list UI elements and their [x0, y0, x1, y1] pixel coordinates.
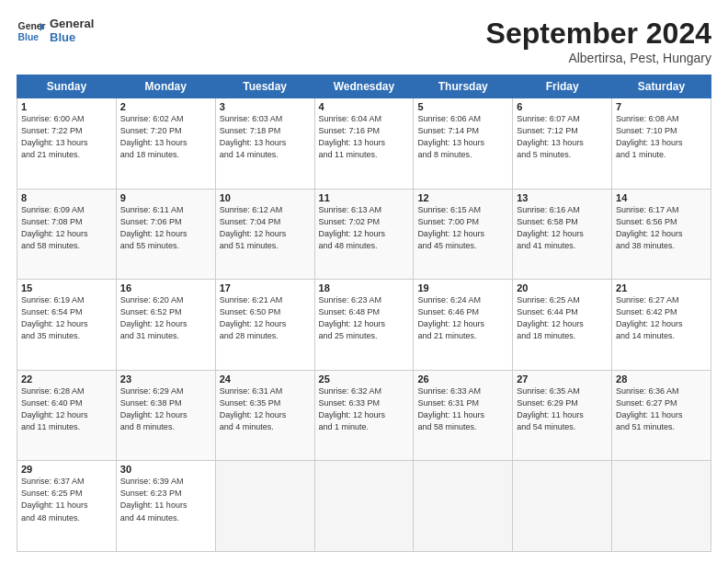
calendar-table: SundayMondayTuesdayWednesdayThursdayFrid… — [17, 75, 711, 552]
day-number: 2 — [120, 101, 211, 112]
day-info: Sunrise: 6:23 AM Sunset: 6:48 PM Dayligh… — [319, 295, 386, 340]
day-number: 20 — [517, 282, 608, 293]
day-info: Sunrise: 6:07 AM Sunset: 7:12 PM Dayligh… — [517, 114, 584, 159]
calendar-cell: 5Sunrise: 6:06 AM Sunset: 7:14 PM Daylig… — [414, 98, 513, 190]
day-number: 1 — [21, 101, 112, 112]
calendar-cell: 18Sunrise: 6:23 AM Sunset: 6:48 PM Dayli… — [314, 280, 414, 371]
day-info: Sunrise: 6:36 AM Sunset: 6:27 PM Dayligh… — [616, 386, 683, 431]
subtitle: Albertirsa, Pest, Hungary — [486, 51, 711, 65]
day-number: 16 — [120, 282, 211, 293]
day-info: Sunrise: 6:19 AM Sunset: 6:54 PM Dayligh… — [21, 295, 88, 340]
day-number: 29 — [21, 464, 112, 475]
calendar-week-3: 15Sunrise: 6:19 AM Sunset: 6:54 PM Dayli… — [17, 280, 711, 371]
day-number: 15 — [21, 282, 112, 293]
day-info: Sunrise: 6:32 AM Sunset: 6:33 PM Dayligh… — [319, 386, 386, 431]
day-info: Sunrise: 6:00 AM Sunset: 7:22 PM Dayligh… — [21, 114, 88, 159]
title-block: September 2024 Albertirsa, Pest, Hungary — [486, 17, 711, 65]
calendar-week-1: 1Sunrise: 6:00 AM Sunset: 7:22 PM Daylig… — [17, 98, 711, 190]
day-info: Sunrise: 6:04 AM Sunset: 7:16 PM Dayligh… — [319, 114, 386, 159]
day-number: 9 — [120, 192, 211, 203]
calendar-cell: 19Sunrise: 6:24 AM Sunset: 6:46 PM Dayli… — [414, 280, 513, 371]
calendar-cell: 2Sunrise: 6:02 AM Sunset: 7:20 PM Daylig… — [116, 98, 215, 190]
calendar-cell: 21Sunrise: 6:27 AM Sunset: 6:42 PM Dayli… — [612, 280, 711, 371]
calendar-cell: 15Sunrise: 6:19 AM Sunset: 6:54 PM Dayli… — [17, 280, 117, 371]
calendar-cell: 29Sunrise: 6:37 AM Sunset: 6:25 PM Dayli… — [17, 461, 117, 552]
day-number: 19 — [417, 282, 508, 293]
calendar-cell: 3Sunrise: 6:03 AM Sunset: 7:18 PM Daylig… — [215, 98, 314, 190]
day-number: 14 — [616, 192, 707, 203]
logo-icon: General Blue — [17, 17, 46, 46]
day-info: Sunrise: 6:25 AM Sunset: 6:44 PM Dayligh… — [517, 295, 584, 340]
logo-line1: General — [50, 17, 94, 31]
day-number: 21 — [616, 282, 707, 293]
header-day-tuesday: Tuesday — [215, 75, 314, 98]
header-day-saturday: Saturday — [612, 75, 711, 98]
header-day-monday: Monday — [116, 75, 215, 98]
day-info: Sunrise: 6:31 AM Sunset: 6:35 PM Dayligh… — [220, 386, 287, 431]
header-row: SundayMondayTuesdayWednesdayThursdayFrid… — [17, 75, 711, 98]
day-number: 5 — [417, 101, 508, 112]
calendar-cell: 6Sunrise: 6:07 AM Sunset: 7:12 PM Daylig… — [513, 98, 612, 190]
day-number: 25 — [319, 373, 410, 385]
day-info: Sunrise: 6:37 AM Sunset: 6:25 PM Dayligh… — [21, 477, 88, 522]
header: General Blue General Blue September 2024… — [17, 17, 711, 65]
day-number: 17 — [220, 282, 311, 293]
day-info: Sunrise: 6:15 AM Sunset: 7:00 PM Dayligh… — [417, 205, 484, 250]
header-day-friday: Friday — [513, 75, 612, 98]
header-day-thursday: Thursday — [414, 75, 513, 98]
day-info: Sunrise: 6:29 AM Sunset: 6:38 PM Dayligh… — [120, 386, 188, 431]
calendar-cell: 12Sunrise: 6:15 AM Sunset: 7:00 PM Dayli… — [414, 189, 513, 280]
logo: General Blue General Blue — [17, 17, 94, 46]
logo-line2: Blue — [50, 31, 94, 45]
day-info: Sunrise: 6:28 AM Sunset: 6:40 PM Dayligh… — [21, 386, 88, 431]
page: General Blue General Blue September 2024… — [0, 0, 728, 563]
day-info: Sunrise: 6:13 AM Sunset: 7:02 PM Dayligh… — [319, 205, 386, 250]
day-info: Sunrise: 6:02 AM Sunset: 7:20 PM Dayligh… — [120, 114, 188, 159]
calendar-cell: 1Sunrise: 6:00 AM Sunset: 7:22 PM Daylig… — [17, 98, 117, 190]
calendar-cell: 16Sunrise: 6:20 AM Sunset: 6:52 PM Dayli… — [116, 280, 215, 371]
calendar-cell — [414, 461, 513, 552]
day-info: Sunrise: 6:33 AM Sunset: 6:31 PM Dayligh… — [417, 386, 484, 431]
day-number: 27 — [517, 373, 608, 385]
calendar-cell: 7Sunrise: 6:08 AM Sunset: 7:10 PM Daylig… — [612, 98, 711, 190]
day-number: 30 — [120, 464, 211, 475]
calendar-cell: 14Sunrise: 6:17 AM Sunset: 6:56 PM Dayli… — [612, 189, 711, 280]
calendar-cell: 23Sunrise: 6:29 AM Sunset: 6:38 PM Dayli… — [116, 370, 215, 461]
day-number: 13 — [517, 192, 608, 203]
day-info: Sunrise: 6:35 AM Sunset: 6:29 PM Dayligh… — [517, 386, 584, 431]
day-info: Sunrise: 6:24 AM Sunset: 6:46 PM Dayligh… — [417, 295, 484, 340]
day-info: Sunrise: 6:21 AM Sunset: 6:50 PM Dayligh… — [220, 295, 287, 340]
day-info: Sunrise: 6:03 AM Sunset: 7:18 PM Dayligh… — [220, 114, 287, 159]
calendar-cell: 27Sunrise: 6:35 AM Sunset: 6:29 PM Dayli… — [513, 370, 612, 461]
calendar-cell: 28Sunrise: 6:36 AM Sunset: 6:27 PM Dayli… — [612, 370, 711, 461]
day-info: Sunrise: 6:17 AM Sunset: 6:56 PM Dayligh… — [616, 205, 683, 250]
day-number: 8 — [21, 192, 112, 203]
main-title: September 2024 — [486, 17, 711, 51]
svg-text:Blue: Blue — [18, 32, 40, 42]
day-info: Sunrise: 6:09 AM Sunset: 7:08 PM Dayligh… — [21, 205, 88, 250]
logo-label: General Blue — [50, 17, 94, 45]
day-number: 3 — [220, 101, 311, 112]
calendar-cell: 17Sunrise: 6:21 AM Sunset: 6:50 PM Dayli… — [215, 280, 314, 371]
day-number: 6 — [517, 101, 608, 112]
day-info: Sunrise: 6:16 AM Sunset: 6:58 PM Dayligh… — [517, 205, 584, 250]
day-number: 11 — [319, 192, 410, 203]
day-number: 26 — [417, 373, 508, 385]
day-info: Sunrise: 6:06 AM Sunset: 7:14 PM Dayligh… — [417, 114, 484, 159]
calendar-cell: 13Sunrise: 6:16 AM Sunset: 6:58 PM Dayli… — [513, 189, 612, 280]
day-number: 23 — [120, 373, 211, 385]
calendar-cell — [513, 461, 612, 552]
header-day-wednesday: Wednesday — [314, 75, 414, 98]
day-number: 18 — [319, 282, 410, 293]
calendar-cell: 30Sunrise: 6:39 AM Sunset: 6:23 PM Dayli… — [116, 461, 215, 552]
day-info: Sunrise: 6:20 AM Sunset: 6:52 PM Dayligh… — [120, 295, 188, 340]
day-number: 22 — [21, 373, 112, 385]
calendar-cell: 4Sunrise: 6:04 AM Sunset: 7:16 PM Daylig… — [314, 98, 414, 190]
day-info: Sunrise: 6:39 AM Sunset: 6:23 PM Dayligh… — [120, 477, 188, 522]
calendar-week-2: 8Sunrise: 6:09 AM Sunset: 7:08 PM Daylig… — [17, 189, 711, 280]
calendar-week-4: 22Sunrise: 6:28 AM Sunset: 6:40 PM Dayli… — [17, 370, 711, 461]
day-info: Sunrise: 6:11 AM Sunset: 7:06 PM Dayligh… — [120, 205, 188, 250]
day-info: Sunrise: 6:08 AM Sunset: 7:10 PM Dayligh… — [616, 114, 683, 159]
day-info: Sunrise: 6:27 AM Sunset: 6:42 PM Dayligh… — [616, 295, 683, 340]
day-number: 4 — [319, 101, 410, 112]
